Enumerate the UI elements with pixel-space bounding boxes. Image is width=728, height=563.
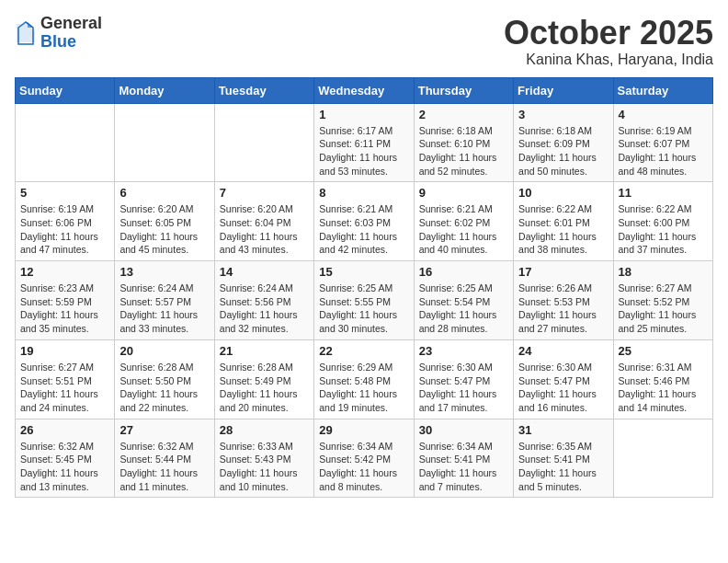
day-number: 10 — [518, 186, 608, 200]
calendar-cell-26: 24Sunrise: 6:30 AM Sunset: 5:47 PM Dayli… — [514, 339, 613, 419]
calendar-cell-33: 31Sunrise: 6:35 AM Sunset: 5:41 PM Dayli… — [514, 419, 613, 498]
day-number: 4 — [619, 108, 708, 121]
day-number: 5 — [20, 186, 109, 200]
calendar-cell-32: 30Sunrise: 6:34 AM Sunset: 5:41 PM Dayli… — [414, 419, 513, 498]
day-number: 25 — [619, 344, 708, 358]
day-number: 13 — [119, 265, 209, 279]
day-number: 19 — [20, 344, 109, 358]
calendar-cell-24: 22Sunrise: 6:29 AM Sunset: 5:48 PM Dayli… — [314, 339, 414, 419]
calendar-cell-21: 19Sunrise: 6:27 AM Sunset: 5:51 PM Dayli… — [16, 339, 115, 419]
calendar-cell-25: 23Sunrise: 6:30 AM Sunset: 5:47 PM Dayli… — [414, 339, 513, 419]
location: Kanina Khas, Haryana, India — [504, 52, 713, 68]
calendar-cell-16: 14Sunrise: 6:24 AM Sunset: 5:56 PM Dayli… — [214, 261, 313, 340]
calendar-cell-4: 2Sunrise: 6:18 AM Sunset: 6:10 PM Daylig… — [414, 103, 513, 182]
day-number: 16 — [419, 265, 508, 279]
calendar-week-2: 12Sunrise: 6:23 AM Sunset: 5:59 PM Dayli… — [16, 261, 713, 340]
calendar-week-1: 5Sunrise: 6:19 AM Sunset: 6:06 PM Daylig… — [16, 182, 713, 261]
title-block: October 2025 Kanina Khas, Haryana, India — [504, 15, 713, 68]
day-number: 17 — [518, 265, 608, 279]
header-saturday: Saturday — [613, 77, 712, 103]
calendar-cell-13: 11Sunrise: 6:22 AM Sunset: 6:00 PM Dayli… — [613, 182, 712, 261]
day-info: Sunrise: 6:29 AM Sunset: 5:48 PM Dayligh… — [319, 361, 408, 415]
day-info: Sunrise: 6:25 AM Sunset: 5:55 PM Dayligh… — [319, 282, 408, 336]
day-info: Sunrise: 6:32 AM Sunset: 5:44 PM Dayligh… — [119, 440, 209, 494]
calendar-cell-11: 9Sunrise: 6:21 AM Sunset: 6:02 PM Daylig… — [414, 182, 513, 261]
calendar-cell-23: 21Sunrise: 6:28 AM Sunset: 5:49 PM Dayli… — [214, 339, 313, 419]
calendar-cell-8: 6Sunrise: 6:20 AM Sunset: 6:05 PM Daylig… — [115, 182, 214, 261]
day-number: 30 — [419, 423, 508, 437]
day-number: 22 — [319, 344, 408, 358]
day-info: Sunrise: 6:28 AM Sunset: 5:50 PM Dayligh… — [119, 361, 209, 415]
header-wednesday: Wednesday — [314, 77, 414, 103]
calendar-cell-22: 20Sunrise: 6:28 AM Sunset: 5:50 PM Dayli… — [115, 339, 214, 419]
day-info: Sunrise: 6:18 AM Sunset: 6:10 PM Dayligh… — [419, 124, 508, 178]
day-info: Sunrise: 6:18 AM Sunset: 6:09 PM Dayligh… — [518, 124, 608, 178]
calendar-cell-3: 1Sunrise: 6:17 AM Sunset: 6:11 PM Daylig… — [314, 103, 414, 182]
day-info: Sunrise: 6:21 AM Sunset: 6:02 PM Dayligh… — [419, 202, 508, 257]
day-info: Sunrise: 6:28 AM Sunset: 5:49 PM Dayligh… — [220, 361, 309, 415]
day-info: Sunrise: 6:21 AM Sunset: 6:03 PM Dayligh… — [319, 202, 408, 257]
calendar-table: SundayMondayTuesdayWednesdayThursdayFrid… — [15, 77, 713, 499]
calendar-cell-18: 16Sunrise: 6:25 AM Sunset: 5:54 PM Dayli… — [414, 261, 513, 340]
calendar-week-4: 26Sunrise: 6:32 AM Sunset: 5:45 PM Dayli… — [16, 419, 713, 498]
calendar-cell-2 — [214, 103, 313, 182]
day-number: 7 — [220, 186, 309, 200]
calendar-cell-27: 25Sunrise: 6:31 AM Sunset: 5:46 PM Dayli… — [613, 339, 712, 419]
day-number: 20 — [119, 344, 209, 358]
calendar-cell-31: 29Sunrise: 6:34 AM Sunset: 5:42 PM Dayli… — [314, 419, 414, 498]
day-info: Sunrise: 6:22 AM Sunset: 6:00 PM Dayligh… — [619, 202, 708, 257]
day-number: 12 — [20, 265, 109, 279]
day-info: Sunrise: 6:17 AM Sunset: 6:11 PM Dayligh… — [319, 124, 408, 178]
day-number: 21 — [220, 344, 309, 358]
calendar-header-row: SundayMondayTuesdayWednesdayThursdayFrid… — [16, 77, 713, 103]
calendar-cell-20: 18Sunrise: 6:27 AM Sunset: 5:52 PM Dayli… — [613, 261, 712, 340]
calendar-cell-17: 15Sunrise: 6:25 AM Sunset: 5:55 PM Dayli… — [314, 261, 414, 340]
day-info: Sunrise: 6:34 AM Sunset: 5:41 PM Dayligh… — [419, 440, 508, 494]
day-number: 1 — [319, 108, 408, 121]
day-number: 28 — [220, 423, 309, 437]
day-info: Sunrise: 6:24 AM Sunset: 5:57 PM Dayligh… — [119, 282, 209, 336]
day-number: 11 — [619, 186, 708, 200]
day-info: Sunrise: 6:24 AM Sunset: 5:56 PM Dayligh… — [220, 282, 309, 336]
calendar-cell-29: 27Sunrise: 6:32 AM Sunset: 5:44 PM Dayli… — [115, 419, 214, 498]
calendar-week-3: 19Sunrise: 6:27 AM Sunset: 5:51 PM Dayli… — [16, 339, 713, 419]
header-thursday: Thursday — [414, 77, 513, 103]
day-number: 3 — [518, 108, 608, 121]
header-sunday: Sunday — [16, 77, 115, 103]
day-number: 26 — [20, 423, 109, 437]
day-info: Sunrise: 6:26 AM Sunset: 5:53 PM Dayligh… — [518, 282, 608, 336]
calendar-cell-9: 7Sunrise: 6:20 AM Sunset: 6:04 PM Daylig… — [214, 182, 313, 261]
day-number: 2 — [419, 108, 508, 121]
calendar-cell-19: 17Sunrise: 6:26 AM Sunset: 5:53 PM Dayli… — [514, 261, 613, 340]
day-number: 14 — [220, 265, 309, 279]
calendar-cell-14: 12Sunrise: 6:23 AM Sunset: 5:59 PM Dayli… — [16, 261, 115, 340]
day-info: Sunrise: 6:34 AM Sunset: 5:42 PM Dayligh… — [319, 440, 408, 494]
day-number: 27 — [119, 423, 209, 437]
day-number: 6 — [119, 186, 209, 200]
logo: General Blue — [15, 15, 102, 52]
day-info: Sunrise: 6:23 AM Sunset: 5:59 PM Dayligh… — [20, 282, 109, 336]
logo-blue: Blue — [40, 33, 102, 52]
day-info: Sunrise: 6:35 AM Sunset: 5:41 PM Dayligh… — [518, 440, 608, 494]
day-info: Sunrise: 6:32 AM Sunset: 5:45 PM Dayligh… — [20, 440, 109, 494]
day-info: Sunrise: 6:31 AM Sunset: 5:46 PM Dayligh… — [619, 361, 708, 415]
day-info: Sunrise: 6:30 AM Sunset: 5:47 PM Dayligh… — [419, 361, 508, 415]
calendar-cell-6: 4Sunrise: 6:19 AM Sunset: 6:07 PM Daylig… — [613, 103, 712, 182]
calendar-cell-0 — [16, 103, 115, 182]
day-number: 15 — [319, 265, 408, 279]
header-tuesday: Tuesday — [214, 77, 313, 103]
day-number: 29 — [319, 423, 408, 437]
day-info: Sunrise: 6:33 AM Sunset: 5:43 PM Dayligh… — [220, 440, 309, 494]
calendar-cell-1 — [115, 103, 214, 182]
calendar-cell-15: 13Sunrise: 6:24 AM Sunset: 5:57 PM Dayli… — [115, 261, 214, 340]
day-info: Sunrise: 6:20 AM Sunset: 6:04 PM Dayligh… — [220, 202, 309, 257]
day-info: Sunrise: 6:25 AM Sunset: 5:54 PM Dayligh… — [419, 282, 508, 336]
day-info: Sunrise: 6:27 AM Sunset: 5:52 PM Dayligh… — [619, 282, 708, 336]
day-number: 31 — [518, 423, 608, 437]
day-info: Sunrise: 6:22 AM Sunset: 6:01 PM Dayligh… — [518, 202, 608, 257]
logo-general: General — [40, 15, 102, 33]
page-header: General Blue October 2025 Kanina Khas, H… — [15, 15, 713, 68]
calendar-cell-7: 5Sunrise: 6:19 AM Sunset: 6:06 PM Daylig… — [16, 182, 115, 261]
calendar-cell-5: 3Sunrise: 6:18 AM Sunset: 6:09 PM Daylig… — [514, 103, 613, 182]
day-number: 24 — [518, 344, 608, 358]
